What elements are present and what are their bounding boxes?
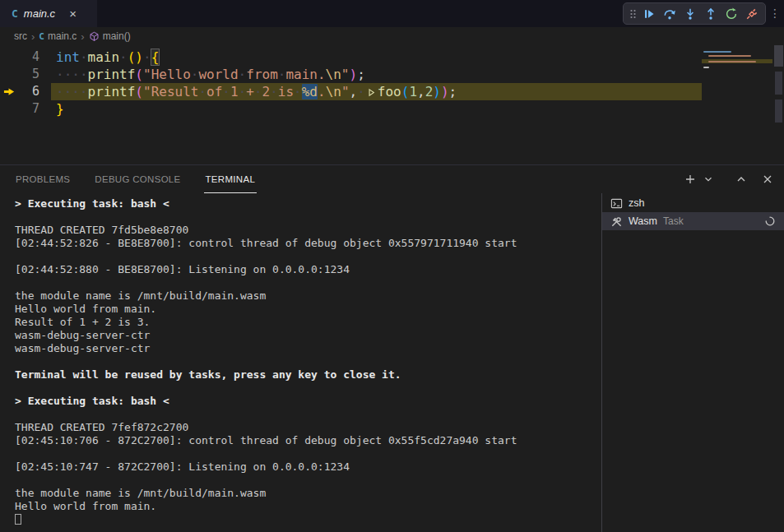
breadcrumb-item-src[interactable]: src — [14, 30, 27, 42]
code-token: 1 — [409, 84, 417, 99]
minimap-line — [703, 67, 709, 68]
debug-current-line-arrow-icon[interactable] — [0, 83, 18, 100]
code-token: " — [341, 67, 350, 82]
editor-tab-main-c[interactable]: C main.c × — [0, 0, 97, 27]
terminal-profile-dropdown-button[interactable] — [700, 171, 717, 187]
breakpoint-gutter[interactable] — [0, 66, 18, 83]
breakpoint-gutter[interactable] — [0, 100, 18, 118]
debug-toolbar — [623, 2, 766, 25]
code-line-content[interactable]: int·main·()·{ — [51, 49, 702, 66]
whitespace-dot: · — [80, 84, 88, 99]
terminal-list-item-zsh[interactable]: zsh — [602, 194, 784, 212]
minimap-line — [708, 55, 751, 57]
breadcrumb-label: src — [14, 30, 27, 42]
restart-button[interactable] — [722, 5, 740, 23]
panel-tab-terminal[interactable]: TERMINAL — [204, 165, 257, 193]
terminal-item-detail: Task — [663, 215, 684, 227]
panel-tab-debug-console[interactable]: DEBUG CONSOLE — [93, 165, 182, 193]
whitespace-dot: · — [294, 84, 302, 99]
code-token: · — [143, 49, 151, 65]
code-token: printf — [88, 84, 136, 99]
inline-run-icon[interactable] — [366, 85, 377, 102]
whitespace-dot: · — [80, 67, 88, 82]
code-token: main — [88, 49, 120, 65]
breadcrumb-label: main() — [103, 30, 131, 42]
terminal-line: the module name is /mnt/build/main.wasm — [15, 289, 601, 303]
new-terminal-button[interactable] — [682, 171, 698, 187]
minimap[interactable] — [702, 49, 772, 72]
code-token: , — [350, 84, 358, 99]
more-actions-icon[interactable]: ⋮ — [769, 7, 781, 20]
code-line-5: 5····printf("Hello·world·from·main.\n"); — [0, 66, 702, 83]
whitespace-dot: · — [143, 49, 151, 65]
bottom-panel: PROBLEMSDEBUG CONSOLETERMINAL > Executin… — [0, 164, 784, 532]
continue-button[interactable] — [640, 5, 658, 23]
whitespace-dot: · — [56, 67, 64, 82]
code-token: \n — [326, 84, 341, 99]
code-token: · — [119, 49, 128, 65]
minimap-line — [703, 51, 731, 53]
terminal-line: wasm-debug-server-ctr — [15, 342, 601, 355]
terminal-line: > Executing task: bash < — [15, 197, 601, 210]
code-token: ; — [357, 67, 365, 82]
code-editor[interactable]: 4int·main·()·{5····printf("Hello·world·f… — [0, 45, 784, 164]
whitespace-dot: · — [239, 84, 247, 99]
terminal-line: Terminal will be reused by tasks, press … — [15, 368, 601, 382]
terminal-line — [15, 447, 601, 460]
minimap-line — [708, 61, 756, 62]
maximize-panel-button[interactable] — [733, 171, 749, 187]
terminal-list-item-wasm[interactable]: WasmTask — [602, 212, 784, 230]
panel-tabs: PROBLEMSDEBUG CONSOLETERMINAL — [14, 165, 257, 193]
code-line-content[interactable]: ····printf("Result·of·1·+·2·is·%d.\n",·f… — [51, 83, 702, 100]
code-line-7: 7} — [0, 100, 702, 118]
whitespace-dot: · — [119, 49, 128, 65]
editor-scrollbar[interactable] — [773, 45, 784, 164]
terminal-line: [02:44:52:826 - BE8E8700]: control threa… — [15, 237, 601, 250]
whitespace-dot: · — [72, 67, 80, 82]
breadcrumb-item-main-c[interactable]: Cmain.c — [39, 30, 77, 42]
terminal-line: Hello world from main. — [15, 303, 601, 316]
close-panel-button[interactable] — [759, 171, 776, 187]
disconnect-button[interactable] — [743, 5, 761, 23]
tab-close-icon[interactable]: × — [69, 7, 77, 20]
whitespace-dot: · — [191, 67, 199, 82]
terminal-line: [02:45:10:747 - 872C2700]: Listening on … — [15, 460, 601, 474]
terminal-line — [15, 474, 601, 487]
code-token: ( — [401, 84, 410, 99]
terminal-tabs-list: zshWasmTask — [601, 193, 784, 532]
step-into-button[interactable] — [681, 5, 699, 23]
breadcrumb-separator-icon: › — [31, 30, 35, 43]
breadcrumb-item-main[interactable]: main() — [89, 30, 131, 42]
terminal-item-label: zsh — [629, 197, 644, 209]
tab-bar: C main.c × ⋮ — [0, 0, 784, 27]
terminal-output[interactable]: > Executing task: bash <THREAD CREATED 7… — [0, 193, 601, 532]
whitespace-dot: · — [270, 84, 278, 99]
code-token: , — [417, 84, 425, 99]
overview-ruler-mark — [775, 72, 782, 95]
code-token: ; — [449, 84, 457, 99]
terminal-line — [15, 276, 601, 289]
code-line-content[interactable]: ····printf("Hello·world·from·main.\n"); — [51, 66, 702, 83]
code-token: · — [357, 84, 365, 99]
panel-tab-problems[interactable]: PROBLEMS — [14, 165, 72, 193]
code-token: \n — [326, 67, 341, 82]
code-line-4: 4int·main·()·{ — [0, 49, 702, 66]
panel-header: PROBLEMSDEBUG CONSOLETERMINAL — [0, 165, 784, 193]
symbol-method-icon — [89, 31, 100, 42]
step-out-button[interactable] — [702, 5, 720, 23]
breakpoint-gutter[interactable] — [0, 49, 18, 66]
code-token: "Result·of·1·+·2·is· — [143, 84, 302, 99]
drag-handle-icon[interactable] — [628, 5, 638, 23]
breadcrumb-label: main.c — [48, 30, 77, 42]
terminal-line: the module name is /mnt/build/main.wasm — [15, 487, 601, 500]
code-line-content[interactable]: } — [51, 100, 702, 118]
panel-body: > Executing task: bash <THREAD CREATED 7… — [0, 193, 784, 532]
code-token: ) — [433, 84, 441, 99]
code-token: ) — [441, 84, 449, 99]
code-token: 2 — [425, 84, 434, 99]
code-token: printf — [88, 67, 136, 82]
scrollbar-thumb[interactable] — [774, 45, 783, 67]
step-over-button[interactable] — [661, 5, 679, 23]
terminal-line: [02:45:10:706 - 872C2700]: control threa… — [15, 434, 601, 447]
code-token: () — [128, 49, 143, 65]
